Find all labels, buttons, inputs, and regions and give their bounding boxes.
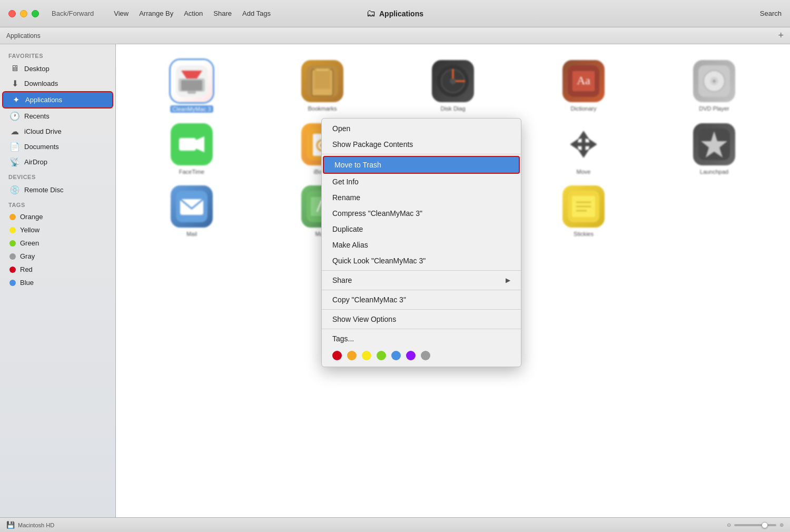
app-dvdplayer[interactable]: DVD Player bbox=[654, 60, 774, 113]
svg-rect-9 bbox=[316, 70, 329, 71]
app-label: Stickies bbox=[574, 231, 594, 237]
back-forward-button[interactable]: Back/Forward bbox=[47, 7, 98, 19]
sidebar-item-label: iCloud Drive bbox=[24, 127, 62, 135]
app-label: Disk Diag bbox=[440, 105, 465, 112]
sidebar-item-label: Green bbox=[20, 239, 39, 247]
svg-rect-2 bbox=[181, 80, 202, 91]
status-bar: 💾 Macintosh HD ⊖ ⊕ bbox=[0, 517, 790, 532]
tags-section-title: Tags bbox=[0, 198, 115, 210]
sidebar-item-remotedisc[interactable]: 💿 Remote Disc bbox=[2, 182, 113, 198]
sidebar-item-recents[interactable]: 🕐 Recents bbox=[2, 109, 113, 124]
sidebar-item-label: Desktop bbox=[24, 65, 50, 73]
app-label: CleanMyMac 3 bbox=[170, 105, 213, 113]
sidebar-item-downloads[interactable]: ⬇ Downloads bbox=[2, 76, 113, 91]
ctx-share[interactable]: Share ▶ bbox=[322, 272, 521, 288]
search-button[interactable]: Search bbox=[760, 9, 782, 17]
close-button[interactable] bbox=[8, 10, 16, 17]
zoom-slider[interactable]: ⊖ ⊕ bbox=[727, 522, 784, 528]
ctx-divider-4 bbox=[322, 309, 521, 310]
view-menu[interactable]: View bbox=[114, 9, 129, 17]
ctx-copy[interactable]: Copy "CleanMyMac 3" bbox=[322, 292, 521, 308]
diskdiag-icon bbox=[432, 60, 474, 102]
sidebar-item-documents[interactable]: 📄 Documents bbox=[2, 139, 113, 154]
downloads-icon: ⬇ bbox=[9, 78, 20, 88]
ctx-compress[interactable]: Compress "CleanMyMac 3" bbox=[322, 205, 521, 221]
share-menu[interactable]: Share bbox=[213, 9, 232, 17]
ctx-divider-2 bbox=[322, 270, 521, 271]
move-icon bbox=[562, 123, 605, 165]
ctx-show-package[interactable]: Show Package Contents bbox=[322, 136, 521, 152]
zoom-track[interactable] bbox=[734, 524, 776, 526]
sidebar-item-tag-orange[interactable]: Orange bbox=[2, 210, 113, 223]
action-menu[interactable]: Action bbox=[184, 9, 203, 17]
sidebar-item-tag-blue[interactable]: Blue bbox=[2, 276, 113, 289]
window-title: Applications bbox=[379, 9, 423, 18]
ctx-divider-5 bbox=[322, 329, 521, 329]
ctx-get-info[interactable]: Get Info bbox=[322, 174, 521, 190]
svg-point-21 bbox=[713, 80, 716, 83]
tag-orange-dot[interactable] bbox=[347, 351, 357, 360]
tag-blue-dot[interactable] bbox=[391, 351, 401, 360]
sidebar-item-icloud[interactable]: ☁ iCloud Drive bbox=[2, 124, 113, 139]
app-launchpad[interactable]: Launchpad bbox=[654, 123, 774, 175]
ctx-quick-look[interactable]: Quick Look "CleanMyMac 3" bbox=[322, 253, 521, 269]
tag-yellow-dot[interactable] bbox=[362, 351, 371, 360]
airdrop-icon: 📡 bbox=[9, 157, 20, 167]
ctx-tags[interactable]: Tags... bbox=[322, 331, 521, 347]
ctx-rename[interactable]: Rename bbox=[322, 190, 521, 205]
tag-gray-dot[interactable] bbox=[421, 351, 430, 360]
tag-purple-dot[interactable] bbox=[406, 351, 416, 360]
app-label: Move bbox=[577, 169, 591, 175]
tag-green-dot[interactable] bbox=[377, 351, 386, 360]
devices-section-title: Devices bbox=[0, 170, 115, 182]
sidebar-item-label: Blue bbox=[20, 279, 34, 287]
arrange-by-menu[interactable]: Arrange By bbox=[139, 9, 173, 17]
zoom-out-icon: ⊖ bbox=[727, 522, 731, 528]
app-cleanmymac[interactable]: CleanMyMac 3 bbox=[132, 60, 252, 113]
svg-rect-4 bbox=[187, 91, 196, 94]
sidebar-item-airdrop[interactable]: 📡 AirDrop bbox=[2, 154, 113, 170]
app-stickies[interactable]: Stickies bbox=[524, 185, 644, 237]
app-diskdiag[interactable]: Disk Diag bbox=[393, 60, 513, 113]
recents-icon: 🕐 bbox=[9, 111, 20, 121]
ctx-show-view[interactable]: Show View Options bbox=[322, 311, 521, 327]
orange-dot bbox=[9, 214, 16, 220]
sidebar-item-desktop[interactable]: 🖥 Desktop bbox=[2, 61, 113, 76]
maximize-button[interactable] bbox=[32, 10, 39, 17]
svg-rect-8 bbox=[314, 68, 330, 89]
mail-icon bbox=[171, 185, 213, 228]
ctx-tag-colors bbox=[322, 347, 521, 364]
window-title-center: 🗂 Applications bbox=[367, 8, 423, 19]
disc-icon: 💿 bbox=[9, 185, 20, 195]
sidebar-item-applications[interactable]: ✦ Applications bbox=[2, 91, 113, 109]
app-mail[interactable]: Mail bbox=[132, 185, 252, 237]
sidebar-item-tag-green[interactable]: Green bbox=[2, 237, 113, 250]
stickies-icon bbox=[562, 185, 605, 228]
add-button[interactable]: + bbox=[778, 30, 784, 41]
add-tags-menu[interactable]: Add Tags bbox=[242, 9, 271, 17]
ctx-move-trash[interactable]: Move to Trash bbox=[323, 156, 520, 174]
ctx-make-alias[interactable]: Make Alias bbox=[322, 237, 521, 253]
tag-red-dot[interactable] bbox=[332, 351, 342, 360]
red-dot bbox=[9, 267, 16, 273]
toolbar-nav: Back/Forward bbox=[47, 7, 98, 19]
sidebar-item-tag-gray[interactable]: Gray bbox=[2, 250, 113, 263]
ctx-open[interactable]: Open bbox=[322, 121, 521, 136]
toolbar-menu: View Arrange By Action Share Add Tags bbox=[114, 9, 271, 17]
sidebar-item-label: Red bbox=[20, 265, 33, 273]
sidebar-item-tag-red[interactable]: Red bbox=[2, 263, 113, 276]
disk-label: Macintosh HD bbox=[18, 522, 54, 528]
sidebar-item-label: Downloads bbox=[24, 80, 58, 87]
app-bookmarks[interactable]: Bookmarks bbox=[262, 60, 382, 113]
app-move[interactable]: Move bbox=[524, 123, 644, 175]
app-label: Launchpad bbox=[700, 169, 728, 175]
launchpad-icon bbox=[693, 123, 735, 165]
app-facetime[interactable]: FaceTime bbox=[132, 123, 252, 175]
zoom-thumb[interactable] bbox=[762, 522, 768, 528]
ctx-duplicate[interactable]: Duplicate bbox=[322, 221, 521, 237]
sidebar-item-label: Documents bbox=[24, 143, 59, 151]
sidebar-item-tag-yellow[interactable]: Yellow bbox=[2, 223, 113, 237]
minimize-button[interactable] bbox=[20, 10, 27, 17]
svg-rect-23 bbox=[179, 138, 196, 151]
app-dictionary[interactable]: Aa Dictionary bbox=[524, 60, 644, 113]
